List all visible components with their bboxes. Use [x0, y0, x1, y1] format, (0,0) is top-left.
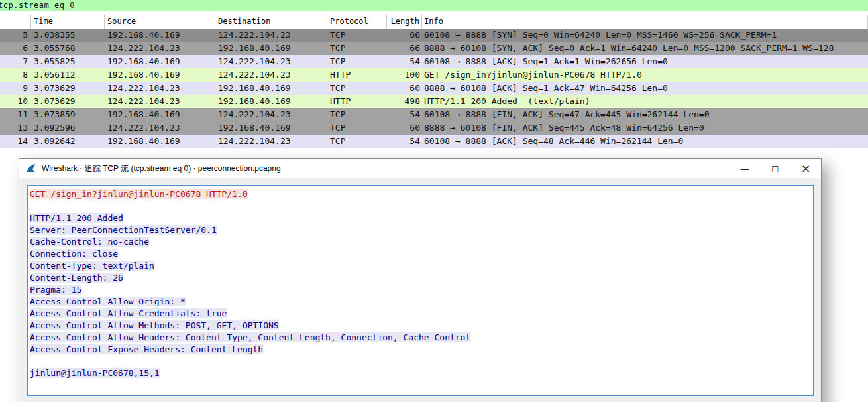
packet-cell-protocol: TCP: [327, 82, 387, 95]
stream-line: Access-Control-Allow-Credentials: true: [30, 308, 813, 320]
follow-tcp-stream-dialog: Wireshark · 追踪 TCP 流 (tcp.stream eq 0) ·…: [19, 158, 822, 402]
packet-cell-no: 5: [0, 29, 31, 42]
stream-segment-server: Access-Control-Allow-Methods: POST, GET,…: [30, 320, 279, 330]
stream-segment-server: HTTP/1.1 200 Added: [30, 213, 123, 223]
packet-cell-length: 60: [387, 82, 422, 95]
stream-segment-server: Access-Control-Allow-Origin: *: [30, 297, 186, 306]
maximize-button[interactable]: □: [760, 159, 790, 178]
packet-cell-destination: 192.168.40.169: [215, 95, 327, 108]
column-header-no[interactable]: [0, 15, 31, 29]
column-header-length[interactable]: Length: [387, 15, 422, 29]
stream-segment-server: Server: PeerConnectionTestServer/0.1: [30, 225, 217, 235]
packet-cell-time: 3.038355: [31, 29, 105, 42]
column-header-destination[interactable]: Destination: [215, 15, 327, 29]
packet-row[interactable]: 7 3.055825 192.168.40.169 124.222.104.23…: [0, 55, 868, 68]
stream-line: Content-Type: text/plain: [30, 260, 813, 272]
stream-segment-server: Access-Control-Allow-Credentials: true: [30, 308, 227, 318]
packet-cell-info: 60108 → 8888 [ACK] Seq=48 Ack=446 Win=26…: [422, 135, 868, 148]
packet-cell-no: 8: [0, 68, 31, 82]
column-header-time[interactable]: Time: [31, 15, 105, 29]
packet-cell-no: 9: [0, 82, 31, 95]
close-button[interactable]: ×: [790, 159, 821, 178]
packet-cell-source: 192.168.40.169: [105, 135, 215, 148]
stream-segment-server: Content-Type: text/plain: [30, 261, 154, 271]
packet-cell-time: 3.055825: [31, 55, 105, 68]
packet-cell-time: 3.055768: [31, 42, 105, 55]
minimize-button[interactable]: —: [730, 159, 760, 178]
packet-row[interactable]: 5 3.038355 192.168.40.169 124.222.104.23…: [0, 29, 868, 42]
packet-cell-length: 54: [387, 135, 422, 148]
stream-line: Access-Control-Expose-Headers: Content-L…: [30, 344, 813, 356]
packet-cell-source: 124.222.104.23: [105, 82, 215, 95]
stream-line: HTTP/1.1 200 Added: [30, 212, 813, 224]
packet-cell-info: HTTP/1.1 200 Added (text/plain): [422, 95, 868, 108]
close-icon: ×: [801, 163, 810, 174]
packet-cell-length: 54: [387, 55, 422, 68]
packet-row[interactable]: 9 3.073629 124.222.104.23 192.168.40.169…: [0, 82, 868, 95]
stream-line: Content-Length: 26: [30, 272, 813, 284]
packet-cell-source: 124.222.104.23: [105, 121, 215, 135]
packet-row[interactable]: 11 3.073859 192.168.40.169 124.222.104.2…: [0, 108, 868, 121]
packet-cell-source: 124.222.104.23: [105, 95, 215, 108]
packet-row[interactable]: 6 3.055768 124.222.104.23 192.168.40.169…: [0, 42, 868, 55]
packet-cell-source: 192.168.40.169: [105, 68, 215, 82]
stream-segment-server: Access-Control-Allow-Headers: Content-Ty…: [30, 332, 470, 342]
stream-segment-server: Cache-Control: no-cache: [30, 237, 149, 247]
stream-line: [30, 356, 813, 368]
packet-cell-no: 13: [0, 121, 31, 135]
window-controls: — □ ×: [730, 159, 821, 178]
packet-cell-info: 60108 → 8888 [FIN, ACK] Seq=47 Ack=445 W…: [422, 108, 868, 121]
stream-line: [30, 200, 813, 212]
column-header-source[interactable]: Source: [105, 15, 215, 29]
stream-line: Server: PeerConnectionTestServer/0.1: [30, 224, 813, 236]
stream-line: Connection: close: [30, 248, 813, 260]
packet-cell-no: 14: [0, 135, 31, 148]
packet-cell-length: 60: [387, 121, 422, 135]
packet-row[interactable]: 13 3.092596 124.222.104.23 192.168.40.16…: [0, 121, 868, 135]
packet-cell-info: 8888 → 60108 [ACK] Seq=1 Ack=47 Win=6425…: [422, 82, 868, 95]
packet-cell-time: 3.073859: [31, 108, 105, 121]
column-header-protocol[interactable]: Protocol: [327, 15, 387, 29]
packet-cell-length: 66: [387, 29, 422, 42]
stream-line: Access-Control-Allow-Methods: POST, GET,…: [30, 320, 813, 332]
packet-row[interactable]: 10 3.073629 124.222.104.23 192.168.40.16…: [0, 95, 868, 108]
dialog-title: Wireshark · 追踪 TCP 流 (tcp.stream eq 0) ·…: [42, 163, 281, 174]
packet-cell-length: 498: [387, 95, 422, 108]
packet-row[interactable]: 14 3.092642 192.168.40.169 124.222.104.2…: [0, 135, 868, 148]
packet-cell-no: 11: [0, 108, 31, 121]
packet-cell-protocol: TCP: [327, 135, 387, 148]
stream-segment-server: Pragma: 15: [30, 285, 81, 295]
packet-cell-destination: 192.168.40.169: [215, 121, 327, 135]
packet-cell-length: 100: [387, 68, 422, 82]
column-header-info[interactable]: Info: [422, 15, 868, 29]
packet-cell-protocol: TCP: [327, 29, 387, 42]
packet-cell-no: 6: [0, 42, 31, 55]
packet-cell-destination: 192.168.40.169: [215, 42, 327, 55]
packet-cell-info: 8888 → 60108 [FIN, ACK] Seq=445 Ack=48 W…: [422, 121, 868, 135]
filter-input[interactable]: tcp.stream eq 0: [0, 0, 868, 11]
packet-cell-time: 3.092642: [31, 135, 105, 148]
packet-cell-time: 3.073629: [31, 95, 105, 108]
packet-cell-no: 7: [0, 55, 31, 68]
stream-content-box[interactable]: GET /sign_in?jinlun@jinlun-PC0678 HTTP/1…: [27, 185, 814, 396]
stream-line: Pragma: 15: [30, 284, 813, 296]
packet-cell-protocol: TCP: [327, 121, 387, 135]
packet-row[interactable]: 8 3.056112 192.168.40.169 124.222.104.23…: [0, 68, 868, 82]
packet-cell-info: GET /sign_in?jinlun@jinlun-PC0678 HTTP/1…: [422, 68, 868, 82]
packet-cell-source: 192.168.40.169: [105, 29, 215, 42]
packet-cell-destination: 192.168.40.169: [215, 82, 327, 95]
packet-cell-protocol: HTTP: [327, 95, 387, 108]
packet-cell-info: 60108 → 8888 [SYN] Seq=0 Win=64240 Len=0…: [422, 29, 868, 42]
dialog-titlebar[interactable]: Wireshark · 追踪 TCP 流 (tcp.stream eq 0) ·…: [19, 159, 821, 178]
packet-cell-time: 3.056112: [31, 68, 105, 82]
maximize-icon: □: [771, 165, 779, 172]
stream-line: Cache-Control: no-cache: [30, 236, 813, 248]
packet-rows: 5 3.038355 192.168.40.169 124.222.104.23…: [0, 29, 868, 148]
minimize-icon: —: [740, 164, 749, 173]
stream-line: Access-Control-Allow-Origin: *: [30, 296, 813, 308]
packet-cell-destination: 124.222.104.23: [215, 68, 327, 82]
stream-segment-server: jinlun@jinlun-PC0678,15,1: [30, 368, 160, 378]
stream-segment-server: Connection: close: [30, 249, 118, 259]
packet-cell-protocol: TCP: [327, 42, 387, 55]
stream-line: jinlun@jinlun-PC0678,15,1: [30, 368, 813, 379]
